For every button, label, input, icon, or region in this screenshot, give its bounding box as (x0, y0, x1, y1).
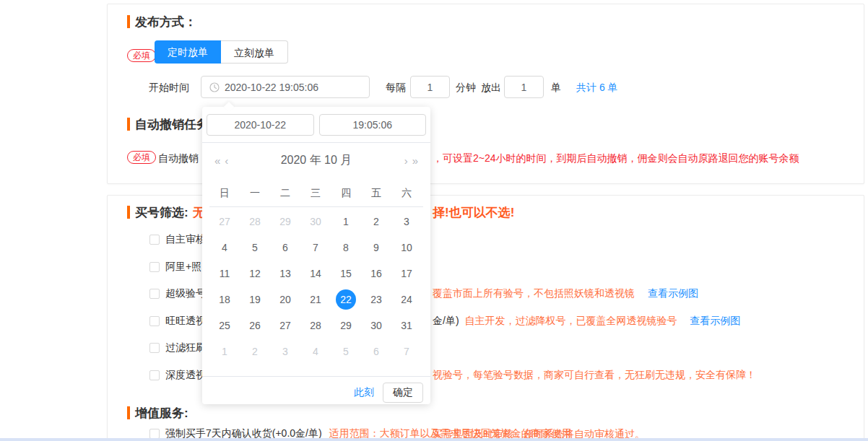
next-year-icon[interactable]: » (410, 154, 420, 167)
calendar-day[interactable]: 6 (361, 339, 391, 364)
calendar-day[interactable]: 5 (331, 339, 361, 364)
tab-immediate-release[interactable]: 立刻放单 (221, 40, 288, 64)
next-month-icon[interactable]: › (402, 154, 410, 167)
calendar-day[interactable]: 2 (240, 339, 270, 364)
ali-checkbox[interactable] (149, 262, 160, 272)
calendar-day[interactable]: 12 (240, 261, 270, 287)
deep-perspective-checkbox[interactable] (149, 370, 160, 380)
prev-month-icon[interactable]: ‹ (222, 154, 230, 167)
super-check-label: 超级验号 (165, 287, 206, 300)
confirm-button[interactable]: 确定 (383, 383, 423, 403)
wangwang-price-suffix: 金/单) (433, 315, 459, 326)
prev-year-icon[interactable]: « (212, 154, 222, 167)
calendar-day[interactable]: 29 (331, 313, 361, 339)
calendar-day[interactable]: 18 (209, 287, 240, 313)
filter-title: 买号筛选: (135, 204, 188, 221)
bottom-strip (0, 438, 868, 441)
antibrush-checkbox[interactable] (149, 343, 160, 353)
antibrush-label: 过滤狂刷 (165, 341, 206, 354)
interval-input[interactable] (410, 76, 450, 98)
calendar-day[interactable]: 17 (391, 261, 422, 287)
vas-title: 增值服务: (135, 405, 188, 422)
calendar-day[interactable]: 10 (391, 235, 422, 261)
wangwang-note: 自主开发，过滤降权号，已覆盖全网透视镜验号 (464, 315, 677, 326)
page: 发布方式： 必填 定时放单 立刻放单 开始时间 每隔 分钟 放出 单 共计 6 … (0, 0, 868, 441)
super-check-checkbox[interactable] (149, 289, 160, 299)
calendar-day[interactable]: 1 (331, 209, 361, 235)
calendar-day[interactable]: 20 (270, 287, 300, 313)
wangwang-note-wrap: 金/单) 自主开发，过滤降权号，已覆盖全网透视镜验号 查看示例图 (433, 315, 740, 328)
calendar-day[interactable]: 4 (209, 235, 240, 261)
calendar-day[interactable]: 6 (270, 235, 300, 261)
self-review-checkbox[interactable] (149, 235, 160, 245)
calendar-day[interactable]: 30 (300, 209, 331, 235)
vas-section-heading: 增值服务: (127, 405, 188, 421)
calendar-day[interactable]: 9 (361, 235, 391, 261)
calendar-footer: 此刻 确定 (202, 376, 430, 409)
calendar-day[interactable]: 3 (270, 339, 300, 364)
calendar-day[interactable]: 21 (300, 287, 331, 313)
calendar-day[interactable]: 8 (331, 235, 361, 261)
picker-date-input[interactable] (207, 114, 314, 136)
cancel-title: 自动撤销任务 (135, 116, 209, 133)
calendar-day[interactable]: 1 (209, 339, 240, 364)
calendar-divider (209, 206, 423, 207)
ali-label: 阿里+照 (165, 261, 201, 274)
calendar-day[interactable]: 7 (391, 339, 422, 364)
calendar-day[interactable]: 7 (300, 235, 331, 261)
required-badge: 必填 (127, 151, 156, 164)
filter-row-wangwang: 旺旺透视 (149, 314, 206, 328)
calendar-day[interactable]: 27 (270, 313, 300, 339)
release-suffix-label: 单 (551, 82, 561, 95)
calendar-day[interactable]: 27 (209, 209, 240, 235)
calendar-day[interactable]: 5 (240, 235, 270, 261)
calendar-day[interactable]: 24 (391, 287, 422, 313)
release-count-input[interactable] (504, 76, 544, 98)
required-badge: 必填 (127, 49, 156, 62)
filter-row-deep-perspective: 深度透视 (149, 368, 206, 383)
calendar-day[interactable]: 29 (270, 209, 300, 235)
heading-bar (127, 206, 130, 219)
calendar-day[interactable]: 31 (391, 313, 422, 339)
wangwang-checkbox[interactable] (149, 316, 160, 326)
calendar-day[interactable]: 13 (270, 261, 300, 287)
now-button[interactable]: 此刻 (354, 386, 374, 399)
start-time-input[interactable] (201, 76, 370, 98)
calendar-day[interactable]: 15 (331, 261, 361, 287)
calendar-day[interactable]: 30 (361, 313, 391, 339)
calendar-day[interactable]: 23 (361, 287, 391, 313)
calendar-day[interactable]: 14 (300, 261, 331, 287)
super-check-example-link[interactable]: 查看示例图 (648, 287, 698, 299)
filter-row-super-check: 超级验号 (149, 287, 206, 301)
filter-row-self-review: 自主审核 (149, 232, 206, 247)
weekday-label: 五 (361, 180, 391, 205)
calendar-day[interactable]: 28 (300, 313, 331, 339)
filter-title-orange-right: 择!也可以不选! (433, 204, 514, 221)
tab-timed-release[interactable]: 定时放单 (155, 40, 221, 64)
heading-bar (127, 406, 130, 419)
calendar-header: « ‹ 2020 年 10 月 › » (202, 143, 430, 178)
interval-prefix-label: 每隔 (386, 82, 406, 95)
calendar-day[interactable]: 19 (240, 287, 270, 313)
calendar-day[interactable]: 4 (300, 339, 331, 364)
weekday-label: 四 (331, 180, 361, 205)
calendar-day[interactable]: 3 (391, 209, 422, 235)
force-confirm-checkbox[interactable] (149, 429, 160, 439)
calendar-day[interactable]: 16 (361, 261, 391, 287)
calendar-month-title: 2020 年 10 月 (230, 153, 402, 168)
weekday-label: 日 (209, 180, 240, 205)
calendar-day[interactable]: 11 (209, 261, 240, 287)
wangwang-label: 旺旺透视 (165, 315, 206, 328)
calendar-day[interactable]: 25 (209, 313, 240, 339)
release-prefix-label: 放出 (481, 82, 501, 95)
publish-section-heading: 发布方式： (127, 14, 196, 30)
calendar-day[interactable]: 2 (361, 209, 391, 235)
filter-section-heading: 买号筛选: 无 (127, 204, 205, 220)
wangwang-example-link[interactable]: 查看示例图 (690, 315, 740, 326)
calendar-day[interactable]: 26 (240, 313, 270, 339)
calendar-day-selected[interactable]: 22 (331, 287, 361, 313)
cancel-section-heading: 自动撤销任务 (127, 116, 209, 132)
calendar-day[interactable]: 28 (240, 209, 270, 235)
picker-time-input[interactable] (319, 114, 427, 136)
filter-row-ali: 阿里+照 (149, 260, 201, 274)
